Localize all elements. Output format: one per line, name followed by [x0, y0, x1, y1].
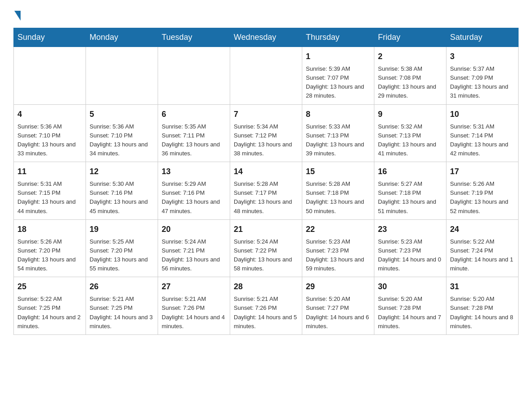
day-number: 12: [90, 166, 154, 178]
day-info: Sunrise: 5:27 AM Sunset: 7:18 PM Dayligh…: [378, 180, 442, 216]
day-number: 11: [17, 166, 82, 178]
calendar-week-4: 18Sunrise: 5:26 AM Sunset: 7:20 PM Dayli…: [14, 219, 519, 277]
day-number: 23: [378, 223, 442, 235]
calendar-cell: [86, 47, 158, 105]
calendar-cell: 2Sunrise: 5:38 AM Sunset: 7:08 PM Daylig…: [374, 47, 446, 105]
calendar-cell: 14Sunrise: 5:28 AM Sunset: 7:17 PM Dayli…: [230, 162, 302, 220]
day-number: 2: [378, 51, 442, 63]
day-number: 13: [162, 166, 226, 178]
calendar-cell: 12Sunrise: 5:30 AM Sunset: 7:16 PM Dayli…: [86, 162, 158, 220]
day-number: 8: [306, 108, 370, 120]
calendar-cell: 18Sunrise: 5:26 AM Sunset: 7:20 PM Dayli…: [14, 219, 86, 277]
calendar-week-3: 11Sunrise: 5:31 AM Sunset: 7:15 PM Dayli…: [14, 162, 519, 220]
calendar-cell: [158, 47, 230, 105]
day-info: Sunrise: 5:36 AM Sunset: 7:10 PM Dayligh…: [90, 122, 154, 158]
day-number: 17: [450, 166, 515, 178]
day-number: 1: [306, 51, 370, 63]
calendar-cell: 1Sunrise: 5:39 AM Sunset: 7:07 PM Daylig…: [302, 47, 374, 105]
calendar-cell: 20Sunrise: 5:24 AM Sunset: 7:21 PM Dayli…: [158, 219, 230, 277]
day-number: 10: [450, 108, 515, 120]
calendar-cell: 6Sunrise: 5:35 AM Sunset: 7:11 PM Daylig…: [158, 104, 230, 162]
day-number: 31: [450, 281, 515, 293]
calendar-cell: 30Sunrise: 5:20 AM Sunset: 7:28 PM Dayli…: [374, 277, 446, 335]
day-info: Sunrise: 5:24 AM Sunset: 7:22 PM Dayligh…: [234, 237, 298, 274]
weekday-header-tuesday: Tuesday: [158, 28, 230, 47]
day-info: Sunrise: 5:24 AM Sunset: 7:21 PM Dayligh…: [162, 237, 226, 274]
calendar-cell: 23Sunrise: 5:23 AM Sunset: 7:23 PM Dayli…: [374, 219, 446, 277]
day-info: Sunrise: 5:32 AM Sunset: 7:13 PM Dayligh…: [378, 122, 442, 158]
calendar-cell: 19Sunrise: 5:25 AM Sunset: 7:20 PM Dayli…: [86, 219, 158, 277]
calendar-cell: 7Sunrise: 5:34 AM Sunset: 7:12 PM Daylig…: [230, 104, 302, 162]
day-number: 9: [378, 108, 442, 120]
day-info: Sunrise: 5:28 AM Sunset: 7:18 PM Dayligh…: [306, 180, 370, 216]
calendar-cell: 25Sunrise: 5:22 AM Sunset: 7:25 PM Dayli…: [14, 277, 86, 335]
day-number: 14: [234, 166, 298, 178]
day-number: 27: [162, 281, 226, 293]
day-info: Sunrise: 5:21 AM Sunset: 7:26 PM Dayligh…: [234, 295, 298, 331]
calendar-cell: 10Sunrise: 5:31 AM Sunset: 7:14 PM Dayli…: [446, 104, 519, 162]
calendar-cell: 5Sunrise: 5:36 AM Sunset: 7:10 PM Daylig…: [86, 104, 158, 162]
day-number: 7: [234, 108, 298, 120]
day-info: Sunrise: 5:36 AM Sunset: 7:10 PM Dayligh…: [17, 122, 82, 158]
calendar-cell: [230, 47, 302, 105]
day-info: Sunrise: 5:35 AM Sunset: 7:11 PM Dayligh…: [162, 122, 226, 158]
day-info: Sunrise: 5:30 AM Sunset: 7:16 PM Dayligh…: [90, 180, 154, 216]
calendar-cell: 22Sunrise: 5:23 AM Sunset: 7:23 PM Dayli…: [302, 219, 374, 277]
weekday-header-wednesday: Wednesday: [230, 28, 302, 47]
calendar-cell: [14, 47, 86, 105]
day-info: Sunrise: 5:22 AM Sunset: 7:25 PM Dayligh…: [17, 295, 82, 331]
calendar-body: 1Sunrise: 5:39 AM Sunset: 7:07 PM Daylig…: [14, 47, 519, 335]
weekday-header-saturday: Saturday: [446, 28, 519, 47]
day-info: Sunrise: 5:25 AM Sunset: 7:20 PM Dayligh…: [90, 237, 154, 274]
calendar-cell: 11Sunrise: 5:31 AM Sunset: 7:15 PM Dayli…: [14, 162, 86, 220]
day-number: 25: [17, 281, 82, 293]
day-info: Sunrise: 5:23 AM Sunset: 7:23 PM Dayligh…: [378, 237, 442, 274]
day-number: 15: [306, 166, 370, 178]
day-info: Sunrise: 5:38 AM Sunset: 7:08 PM Dayligh…: [378, 64, 442, 101]
day-number: 24: [450, 223, 515, 235]
day-number: 26: [90, 281, 154, 293]
day-info: Sunrise: 5:26 AM Sunset: 7:20 PM Dayligh…: [17, 237, 82, 274]
day-info: Sunrise: 5:22 AM Sunset: 7:24 PM Dayligh…: [450, 237, 515, 274]
calendar-cell: 17Sunrise: 5:26 AM Sunset: 7:19 PM Dayli…: [446, 162, 519, 220]
day-info: Sunrise: 5:20 AM Sunset: 7:28 PM Dayligh…: [378, 295, 442, 331]
calendar-cell: 27Sunrise: 5:21 AM Sunset: 7:26 PM Dayli…: [158, 277, 230, 335]
calendar-cell: 24Sunrise: 5:22 AM Sunset: 7:24 PM Dayli…: [446, 219, 519, 277]
day-number: 20: [162, 223, 226, 235]
day-number: 29: [306, 281, 370, 293]
page-header: [13, 9, 519, 19]
day-info: Sunrise: 5:39 AM Sunset: 7:07 PM Dayligh…: [306, 64, 370, 101]
calendar-cell: 4Sunrise: 5:36 AM Sunset: 7:10 PM Daylig…: [14, 104, 86, 162]
calendar-header: SundayMondayTuesdayWednesdayThursdayFrid…: [14, 28, 519, 47]
day-info: Sunrise: 5:26 AM Sunset: 7:19 PM Dayligh…: [450, 180, 515, 216]
day-number: 16: [378, 166, 442, 178]
day-info: Sunrise: 5:21 AM Sunset: 7:25 PM Dayligh…: [90, 295, 154, 331]
weekday-header-monday: Monday: [86, 28, 158, 47]
weekday-header-row: SundayMondayTuesdayWednesdayThursdayFrid…: [14, 28, 519, 47]
calendar-week-2: 4Sunrise: 5:36 AM Sunset: 7:10 PM Daylig…: [14, 104, 519, 162]
day-number: 5: [90, 108, 154, 120]
day-info: Sunrise: 5:34 AM Sunset: 7:12 PM Dayligh…: [234, 122, 298, 158]
day-number: 28: [234, 281, 298, 293]
calendar-cell: 15Sunrise: 5:28 AM Sunset: 7:18 PM Dayli…: [302, 162, 374, 220]
calendar-cell: 28Sunrise: 5:21 AM Sunset: 7:26 PM Dayli…: [230, 277, 302, 335]
day-info: Sunrise: 5:37 AM Sunset: 7:09 PM Dayligh…: [450, 64, 515, 101]
weekday-header-sunday: Sunday: [14, 28, 86, 47]
day-number: 3: [450, 51, 515, 63]
calendar-table: SundayMondayTuesdayWednesdayThursdayFrid…: [13, 28, 519, 335]
calendar-week-5: 25Sunrise: 5:22 AM Sunset: 7:25 PM Dayli…: [14, 277, 519, 335]
weekday-header-thursday: Thursday: [302, 28, 374, 47]
calendar-cell: 16Sunrise: 5:27 AM Sunset: 7:18 PM Dayli…: [374, 162, 446, 220]
day-number: 30: [378, 281, 442, 293]
weekday-header-friday: Friday: [374, 28, 446, 47]
calendar-cell: 31Sunrise: 5:20 AM Sunset: 7:28 PM Dayli…: [446, 277, 519, 335]
day-info: Sunrise: 5:29 AM Sunset: 7:16 PM Dayligh…: [162, 180, 226, 216]
calendar-week-1: 1Sunrise: 5:39 AM Sunset: 7:07 PM Daylig…: [14, 47, 519, 105]
calendar-cell: 13Sunrise: 5:29 AM Sunset: 7:16 PM Dayli…: [158, 162, 230, 220]
day-info: Sunrise: 5:23 AM Sunset: 7:23 PM Dayligh…: [306, 237, 370, 274]
day-number: 21: [234, 223, 298, 235]
day-info: Sunrise: 5:31 AM Sunset: 7:14 PM Dayligh…: [450, 122, 515, 158]
calendar-cell: 3Sunrise: 5:37 AM Sunset: 7:09 PM Daylig…: [446, 47, 519, 105]
day-info: Sunrise: 5:33 AM Sunset: 7:13 PM Dayligh…: [306, 122, 370, 158]
calendar-cell: 21Sunrise: 5:24 AM Sunset: 7:22 PM Dayli…: [230, 219, 302, 277]
